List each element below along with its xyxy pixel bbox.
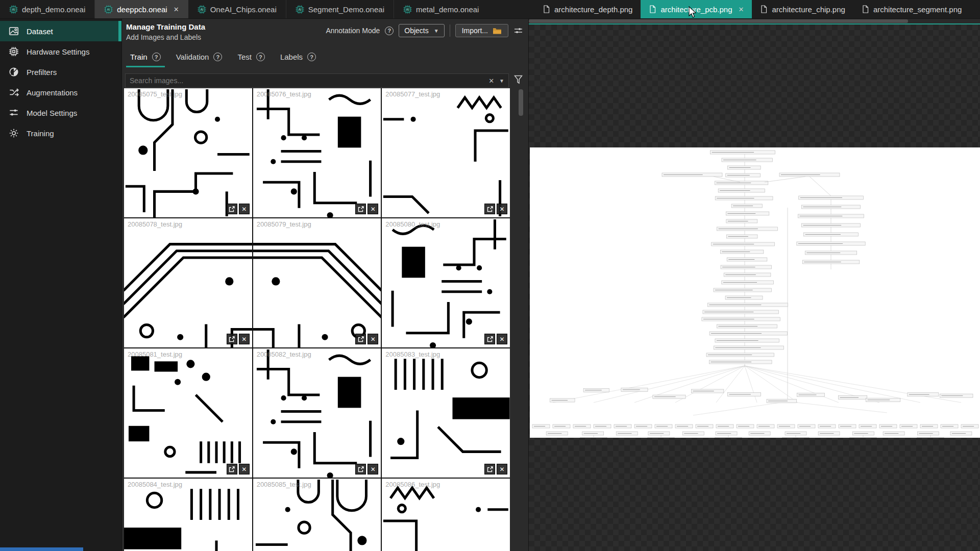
open-image-button[interactable] [484,334,495,344]
delete-image-button[interactable]: ✕ [239,334,250,344]
search-input[interactable] [130,77,483,85]
delete-image-button[interactable]: ✕ [497,464,507,474]
tile-filename: 20085081_test.jpg [128,350,182,358]
open-image-button[interactable] [227,204,237,214]
svg-text:AI: AI [200,8,203,11]
grid-scrollbar-thumb[interactable] [519,89,523,116]
svg-text:AI: AI [12,8,15,11]
contrast-icon [8,66,19,78]
image-tile[interactable]: 20085076_test.jpg ✕ [253,88,381,217]
image-tile[interactable]: 20085085_test.jpg ✕ [253,479,381,551]
pcb-thumbnail [382,88,510,217]
image-grid: 20085075_test.jpg ✕ 20085076_test.jpg ✕ … [124,88,510,551]
open-image-button[interactable] [227,464,237,474]
image-tile[interactable]: 20085077_test.jpg ✕ [382,88,510,217]
delete-image-button[interactable]: ✕ [239,464,250,474]
file-tab[interactable]: architecture_chip.png [752,0,853,18]
open-image-button[interactable] [355,464,366,474]
sidebar-item-label: Training [27,129,54,138]
file-icon [862,5,869,13]
delete-image-button[interactable]: ✕ [368,334,378,344]
page-subtitle: Add Images and Labels [126,33,201,41]
image-tile[interactable]: 20085081_test.jpg ✕ [124,348,252,478]
viewer-scrollbar-thumb[interactable] [529,19,908,23]
close-tab-icon[interactable]: ✕ [174,6,179,13]
project-tab[interactable]: AI depth_demo.oneai [0,0,95,18]
help-icon[interactable]: ? [307,53,316,61]
open-image-button[interactable] [355,204,366,214]
clear-search-icon[interactable]: ✕ [488,77,494,85]
tile-filename: 20085079_test.jpg [257,220,311,228]
help-icon[interactable]: ? [385,27,394,35]
taskbar-strip [0,547,83,551]
tile-actions: ✕ [484,334,507,344]
open-image-button[interactable] [355,334,366,344]
project-tab[interactable]: AI Segment_Demo.oneai [286,0,394,18]
filter-icon[interactable] [514,75,523,84]
open-image-button[interactable] [484,204,495,214]
search-bar: ✕ ▼ [125,73,509,88]
image-tile[interactable]: 20085078_test.jpg ✕ [124,218,252,347]
viewer-horizontal-scrollbar[interactable] [529,19,980,23]
sidebar-item-label: Hardware Settings [27,47,89,56]
sidebar-item-training[interactable]: Training [0,123,121,143]
sidebar-item-dataset[interactable]: Dataset [0,21,121,41]
delete-image-button[interactable]: ✕ [368,464,378,474]
file-icon [543,5,550,13]
tab-test[interactable]: Test ? [237,53,265,67]
sidebar-item-augmentations[interactable]: Augmentations [0,82,121,103]
project-tab-bar: AI depth_demo.oneai AI deeppcb.oneai ✕ A… [0,0,488,18]
file-tab-partial[interactable]: ar [970,0,980,18]
image-tile[interactable]: 20085083_test.jpg ✕ [382,348,510,478]
pcb-thumbnail [124,479,252,551]
file-tab-label: architecture_segment.png [873,5,962,14]
sliders-icon [8,107,19,118]
delete-image-button[interactable]: ✕ [368,204,378,214]
delete-image-button[interactable]: ✕ [239,204,250,214]
svg-text:AI: AI [406,8,409,11]
tab-train[interactable]: Train ? [130,53,161,67]
project-tab-active[interactable]: AI deeppcb.oneai ✕ [95,0,188,18]
project-tab-label: depth_demo.oneai [22,5,85,14]
image-tile[interactable]: 20085080_test.jpg ✕ [382,218,510,347]
help-icon[interactable]: ? [213,53,222,61]
help-icon[interactable]: ? [256,53,265,61]
sidebar-item-model-settings[interactable]: Model Settings [0,103,121,123]
image-viewer-canvas[interactable] [529,24,980,551]
open-image-button[interactable] [484,464,495,474]
file-tab-active[interactable]: architecture_pcb.png ✕ [641,0,752,18]
search-dropdown-icon[interactable]: ▼ [499,78,504,84]
view-settings-icon[interactable] [513,27,523,35]
sidebar-item-label: Dataset [27,27,53,36]
sidebar-item-prefilters[interactable]: Prefilters [0,62,121,82]
image-tile[interactable]: 20085082_test.jpg ✕ [253,348,381,478]
sidebar-item-label: Prefilters [27,68,57,77]
ai-project-icon: AI [9,5,18,14]
image-tile[interactable]: 20085075_test.jpg ✕ [124,88,252,217]
tile-filename: 20085076_test.jpg [257,90,311,98]
tile-actions: ✕ [355,464,378,474]
help-icon[interactable]: ? [152,53,161,61]
file-tab[interactable]: architecture_depth.png [534,0,641,18]
project-tab[interactable]: AI OneAI_Chips.oneai [188,0,286,18]
sidebar-item-hardware-settings[interactable]: Hardware Settings [0,41,121,62]
tab-validation[interactable]: Validation ? [176,53,223,67]
grid-scrollbar[interactable] [519,88,523,551]
open-image-button[interactable] [227,334,237,344]
annotation-mode-select[interactable]: Objects ▼ [399,24,444,37]
tab-label: Validation [176,53,209,61]
tile-filename: 20085075_test.jpg [128,90,182,98]
import-button[interactable]: Import... [455,24,508,37]
file-tab[interactable]: architecture_segment.png [853,0,970,18]
tab-labels[interactable]: Labels ? [280,53,316,67]
delete-image-button[interactable]: ✕ [497,334,507,344]
image-tile[interactable]: 20085086_test.jpg ✕ [382,479,510,551]
image-tile[interactable]: 20085079_test.jpg ✕ [253,218,381,347]
ai-project-icon: AI [403,5,412,14]
delete-image-button[interactable]: ✕ [497,204,507,214]
ai-project-icon: AI [198,5,206,14]
project-tab[interactable]: AI metal_demo.oneai [394,0,488,18]
image-tile[interactable]: 20085084_test.jpg ✕ [124,479,252,551]
close-tab-icon[interactable]: ✕ [739,6,744,13]
architecture-image [530,147,980,438]
